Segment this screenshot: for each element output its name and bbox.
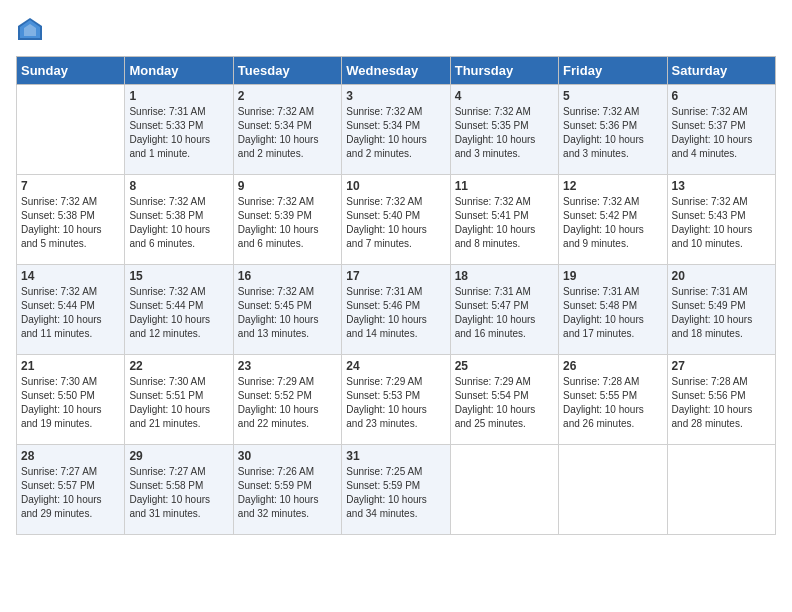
calendar-cell: 21Sunrise: 7:30 AMSunset: 5:50 PMDayligh… — [17, 355, 125, 445]
day-number: 10 — [346, 179, 445, 193]
day-info: Sunrise: 7:31 AMSunset: 5:47 PMDaylight:… — [455, 285, 554, 341]
day-info: Sunrise: 7:32 AMSunset: 5:38 PMDaylight:… — [21, 195, 120, 251]
calendar-cell: 24Sunrise: 7:29 AMSunset: 5:53 PMDayligh… — [342, 355, 450, 445]
day-number: 1 — [129, 89, 228, 103]
calendar-cell: 17Sunrise: 7:31 AMSunset: 5:46 PMDayligh… — [342, 265, 450, 355]
calendar-cell: 29Sunrise: 7:27 AMSunset: 5:58 PMDayligh… — [125, 445, 233, 535]
calendar-cell: 5Sunrise: 7:32 AMSunset: 5:36 PMDaylight… — [559, 85, 667, 175]
page-header — [16, 16, 776, 44]
calendar-week-row: 1Sunrise: 7:31 AMSunset: 5:33 PMDaylight… — [17, 85, 776, 175]
calendar-cell: 4Sunrise: 7:32 AMSunset: 5:35 PMDaylight… — [450, 85, 558, 175]
calendar-cell: 10Sunrise: 7:32 AMSunset: 5:40 PMDayligh… — [342, 175, 450, 265]
calendar-cell: 1Sunrise: 7:31 AMSunset: 5:33 PMDaylight… — [125, 85, 233, 175]
day-number: 18 — [455, 269, 554, 283]
calendar-table: SundayMondayTuesdayWednesdayThursdayFrid… — [16, 56, 776, 535]
day-info: Sunrise: 7:32 AMSunset: 5:37 PMDaylight:… — [672, 105, 771, 161]
calendar-cell: 20Sunrise: 7:31 AMSunset: 5:49 PMDayligh… — [667, 265, 775, 355]
logo-icon — [16, 16, 44, 44]
calendar-cell: 3Sunrise: 7:32 AMSunset: 5:34 PMDaylight… — [342, 85, 450, 175]
day-info: Sunrise: 7:32 AMSunset: 5:44 PMDaylight:… — [21, 285, 120, 341]
day-number: 26 — [563, 359, 662, 373]
calendar-cell: 11Sunrise: 7:32 AMSunset: 5:41 PMDayligh… — [450, 175, 558, 265]
day-info: Sunrise: 7:29 AMSunset: 5:52 PMDaylight:… — [238, 375, 337, 431]
calendar-cell: 2Sunrise: 7:32 AMSunset: 5:34 PMDaylight… — [233, 85, 341, 175]
day-info: Sunrise: 7:32 AMSunset: 5:38 PMDaylight:… — [129, 195, 228, 251]
day-number: 21 — [21, 359, 120, 373]
day-info: Sunrise: 7:32 AMSunset: 5:45 PMDaylight:… — [238, 285, 337, 341]
day-number: 31 — [346, 449, 445, 463]
day-info: Sunrise: 7:32 AMSunset: 5:44 PMDaylight:… — [129, 285, 228, 341]
day-number: 9 — [238, 179, 337, 193]
header-day: Tuesday — [233, 57, 341, 85]
day-number: 29 — [129, 449, 228, 463]
day-number: 17 — [346, 269, 445, 283]
calendar-cell: 18Sunrise: 7:31 AMSunset: 5:47 PMDayligh… — [450, 265, 558, 355]
day-info: Sunrise: 7:27 AMSunset: 5:58 PMDaylight:… — [129, 465, 228, 521]
day-info: Sunrise: 7:32 AMSunset: 5:34 PMDaylight:… — [238, 105, 337, 161]
day-info: Sunrise: 7:32 AMSunset: 5:35 PMDaylight:… — [455, 105, 554, 161]
calendar-cell: 19Sunrise: 7:31 AMSunset: 5:48 PMDayligh… — [559, 265, 667, 355]
day-number: 25 — [455, 359, 554, 373]
day-number: 5 — [563, 89, 662, 103]
day-info: Sunrise: 7:32 AMSunset: 5:40 PMDaylight:… — [346, 195, 445, 251]
day-number: 3 — [346, 89, 445, 103]
calendar-cell: 9Sunrise: 7:32 AMSunset: 5:39 PMDaylight… — [233, 175, 341, 265]
header-row: SundayMondayTuesdayWednesdayThursdayFrid… — [17, 57, 776, 85]
calendar-cell: 15Sunrise: 7:32 AMSunset: 5:44 PMDayligh… — [125, 265, 233, 355]
calendar-cell — [17, 85, 125, 175]
day-number: 19 — [563, 269, 662, 283]
calendar-cell: 6Sunrise: 7:32 AMSunset: 5:37 PMDaylight… — [667, 85, 775, 175]
day-info: Sunrise: 7:29 AMSunset: 5:54 PMDaylight:… — [455, 375, 554, 431]
calendar-cell — [450, 445, 558, 535]
calendar-cell: 13Sunrise: 7:32 AMSunset: 5:43 PMDayligh… — [667, 175, 775, 265]
calendar-cell: 30Sunrise: 7:26 AMSunset: 5:59 PMDayligh… — [233, 445, 341, 535]
day-info: Sunrise: 7:32 AMSunset: 5:36 PMDaylight:… — [563, 105, 662, 161]
day-info: Sunrise: 7:29 AMSunset: 5:53 PMDaylight:… — [346, 375, 445, 431]
day-info: Sunrise: 7:32 AMSunset: 5:43 PMDaylight:… — [672, 195, 771, 251]
calendar-week-row: 7Sunrise: 7:32 AMSunset: 5:38 PMDaylight… — [17, 175, 776, 265]
calendar-cell: 25Sunrise: 7:29 AMSunset: 5:54 PMDayligh… — [450, 355, 558, 445]
day-info: Sunrise: 7:32 AMSunset: 5:39 PMDaylight:… — [238, 195, 337, 251]
calendar-cell: 27Sunrise: 7:28 AMSunset: 5:56 PMDayligh… — [667, 355, 775, 445]
day-info: Sunrise: 7:25 AMSunset: 5:59 PMDaylight:… — [346, 465, 445, 521]
header-day: Friday — [559, 57, 667, 85]
day-number: 30 — [238, 449, 337, 463]
day-number: 15 — [129, 269, 228, 283]
calendar-cell: 23Sunrise: 7:29 AMSunset: 5:52 PMDayligh… — [233, 355, 341, 445]
day-number: 12 — [563, 179, 662, 193]
calendar-week-row: 21Sunrise: 7:30 AMSunset: 5:50 PMDayligh… — [17, 355, 776, 445]
day-number: 24 — [346, 359, 445, 373]
calendar-week-row: 14Sunrise: 7:32 AMSunset: 5:44 PMDayligh… — [17, 265, 776, 355]
calendar-cell: 14Sunrise: 7:32 AMSunset: 5:44 PMDayligh… — [17, 265, 125, 355]
day-number: 7 — [21, 179, 120, 193]
day-number: 13 — [672, 179, 771, 193]
day-number: 20 — [672, 269, 771, 283]
day-info: Sunrise: 7:30 AMSunset: 5:50 PMDaylight:… — [21, 375, 120, 431]
header-day: Monday — [125, 57, 233, 85]
logo — [16, 16, 48, 44]
day-number: 2 — [238, 89, 337, 103]
calendar-cell: 7Sunrise: 7:32 AMSunset: 5:38 PMDaylight… — [17, 175, 125, 265]
day-number: 4 — [455, 89, 554, 103]
day-info: Sunrise: 7:27 AMSunset: 5:57 PMDaylight:… — [21, 465, 120, 521]
calendar-cell: 22Sunrise: 7:30 AMSunset: 5:51 PMDayligh… — [125, 355, 233, 445]
calendar-cell — [559, 445, 667, 535]
calendar-cell: 31Sunrise: 7:25 AMSunset: 5:59 PMDayligh… — [342, 445, 450, 535]
day-info: Sunrise: 7:31 AMSunset: 5:33 PMDaylight:… — [129, 105, 228, 161]
day-info: Sunrise: 7:32 AMSunset: 5:42 PMDaylight:… — [563, 195, 662, 251]
header-day: Thursday — [450, 57, 558, 85]
calendar-cell: 28Sunrise: 7:27 AMSunset: 5:57 PMDayligh… — [17, 445, 125, 535]
calendar-cell: 26Sunrise: 7:28 AMSunset: 5:55 PMDayligh… — [559, 355, 667, 445]
header-day: Saturday — [667, 57, 775, 85]
day-info: Sunrise: 7:28 AMSunset: 5:55 PMDaylight:… — [563, 375, 662, 431]
day-number: 8 — [129, 179, 228, 193]
calendar-week-row: 28Sunrise: 7:27 AMSunset: 5:57 PMDayligh… — [17, 445, 776, 535]
header-day: Sunday — [17, 57, 125, 85]
calendar-cell: 16Sunrise: 7:32 AMSunset: 5:45 PMDayligh… — [233, 265, 341, 355]
calendar-cell — [667, 445, 775, 535]
day-info: Sunrise: 7:31 AMSunset: 5:46 PMDaylight:… — [346, 285, 445, 341]
day-number: 11 — [455, 179, 554, 193]
day-number: 16 — [238, 269, 337, 283]
day-info: Sunrise: 7:30 AMSunset: 5:51 PMDaylight:… — [129, 375, 228, 431]
day-info: Sunrise: 7:32 AMSunset: 5:41 PMDaylight:… — [455, 195, 554, 251]
